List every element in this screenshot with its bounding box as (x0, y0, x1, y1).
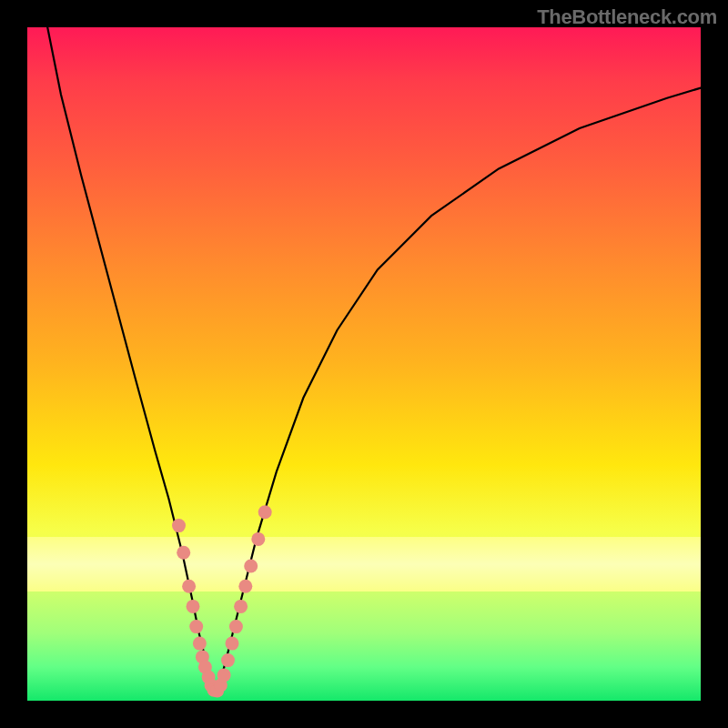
data-point (187, 600, 200, 613)
data-point (226, 637, 239, 651)
data-point (172, 519, 186, 532)
chart-frame: TheBottleneck.com (0, 0, 728, 728)
curve-svg (27, 27, 701, 701)
data-point (189, 620, 203, 633)
data-point (177, 546, 190, 560)
data-point (238, 580, 252, 593)
data-point (234, 600, 248, 613)
data-point (182, 580, 196, 593)
data-point (244, 560, 258, 573)
watermark-text: TheBottleneck.com (537, 5, 717, 29)
data-point (193, 637, 207, 651)
data-point (221, 653, 235, 667)
bottleneck-curve (47, 27, 701, 691)
scatter-group (172, 505, 272, 697)
data-point (251, 532, 265, 546)
data-point (217, 668, 231, 682)
plot-area (27, 27, 701, 701)
data-point (229, 620, 243, 633)
data-point (258, 505, 272, 519)
